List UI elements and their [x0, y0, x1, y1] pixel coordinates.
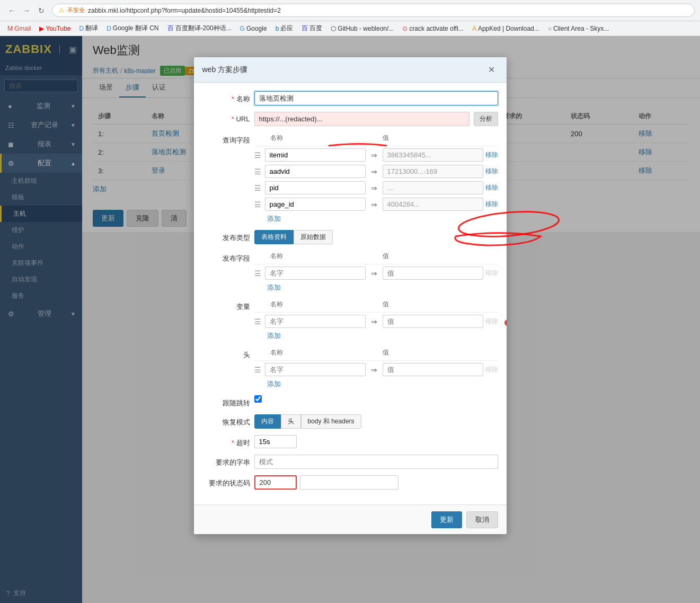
crack-icon: ⊙: [402, 25, 407, 32]
hdr-col-value-header: 值: [379, 347, 477, 358]
post-type-form-data[interactable]: 表格资料: [254, 230, 294, 244]
timeout-input[interactable]: [254, 435, 297, 448]
remove-query-row-button[interactable]: 移除: [485, 167, 498, 176]
bookmark-appked[interactable]: A AppKed | Download...: [469, 24, 543, 33]
form-row-name: 名称: [202, 91, 498, 105]
bing-icon: b: [276, 25, 279, 32]
query-value-input[interactable]: [383, 165, 483, 178]
drag-handle-icon[interactable]: ☰: [254, 151, 263, 159]
back-button[interactable]: ←: [5, 4, 18, 17]
query-fields-container: 名称 值 ☰ ⇒ 移除 ☰: [254, 132, 498, 224]
browser-bar: ← → ↻ ⚠ 不安全 zabbix.mkl.io/httpconf.php?f…: [0, 0, 700, 21]
drag-handle-icon[interactable]: ☰: [254, 366, 263, 374]
drag-handle-icon[interactable]: ☰: [254, 317, 263, 326]
required-string-input[interactable]: [254, 455, 498, 469]
form-row-follow-redirects: 跟随跳转: [202, 395, 498, 408]
bookmark-baidu-label: 百度: [309, 24, 322, 33]
header-name-input[interactable]: [265, 363, 366, 376]
modal-overlay: web 方案步骤 ✕ 名称 URL 分析 查询字段 名称: [0, 36, 700, 603]
add-header-row-link[interactable]: 添加: [267, 379, 498, 389]
query-col-name-header: 名称: [267, 132, 365, 144]
modal-title: web 方案步骤: [202, 65, 248, 75]
address-bar[interactable]: ⚠ 不安全 zabbix.mkl.io/httpconf.php?form=up…: [52, 4, 695, 17]
bookmark-crack-label: crack activate offi...: [409, 25, 464, 32]
variable-name-input[interactable]: [265, 315, 366, 328]
bookmark-crack[interactable]: ⊙ crack activate offi...: [399, 24, 467, 33]
lock-icon: ⚠: [59, 7, 64, 14]
post-value-input[interactable]: [383, 267, 483, 280]
headers-container: 名称 值 ☰ ⇒ 移除 添加: [254, 347, 498, 389]
post-name-input[interactable]: [265, 267, 366, 280]
bookmark-youtube[interactable]: ▶ YouTube: [36, 24, 74, 33]
modal-update-button[interactable]: 更新: [431, 511, 462, 528]
query-name-input[interactable]: [265, 198, 366, 211]
remove-post-row-button[interactable]: 移除: [485, 269, 498, 278]
remove-query-row-button[interactable]: 移除: [485, 150, 498, 159]
follow-redirects-checkbox[interactable]: [254, 395, 262, 403]
drag-handle-icon[interactable]: ☰: [254, 200, 263, 209]
refresh-button[interactable]: ↻: [35, 4, 48, 17]
modal-body: 名称 URL 分析 查询字段 名称 值: [194, 83, 507, 504]
query-field-row: ☰ ⇒ 移除: [254, 148, 498, 162]
bookmark-google-label: Google: [246, 25, 267, 32]
youtube-icon: ▶: [39, 25, 44, 32]
add-query-row-link[interactable]: 添加: [267, 214, 498, 224]
bookmark-google-translate[interactable]: D Google 翻译 CN: [103, 23, 162, 34]
query-name-input[interactable]: [265, 148, 366, 162]
bookmark-appked-label: AppKed | Download...: [478, 25, 539, 32]
remove-query-row-button[interactable]: 移除: [485, 200, 498, 209]
variable-field-row: ☰ ⇒ 移除: [254, 315, 498, 328]
bookmark-google[interactable]: G Google: [237, 24, 270, 33]
header-value-input[interactable]: [383, 363, 483, 376]
query-field-row: ☰ ⇒ 移除: [254, 198, 498, 211]
bookmark-client[interactable]: ○ Client Area - Skyx...: [545, 24, 613, 33]
retrieve-mode-group: 内容 头 body 和 headers: [254, 414, 361, 429]
retrieve-headers-btn[interactable]: 头: [281, 414, 301, 429]
bookmark-github[interactable]: ⬡ GitHub - webleon/...: [327, 24, 397, 33]
query-name-input[interactable]: [265, 181, 366, 194]
modal-close-button[interactable]: ✕: [485, 64, 498, 76]
bookmark-fanyi-label: 翻译: [85, 24, 98, 33]
query-value-input[interactable]: [383, 181, 483, 194]
gmail-icon: M: [7, 25, 13, 32]
bookmark-fanyi[interactable]: D 翻译: [76, 23, 102, 34]
url-input[interactable]: [254, 112, 469, 126]
name-label: 名称: [202, 91, 250, 104]
analyze-button[interactable]: 分析: [474, 112, 498, 126]
drag-handle-icon[interactable]: ☰: [254, 184, 263, 192]
name-input[interactable]: [254, 91, 498, 105]
remove-variable-row-button[interactable]: 移除: [485, 317, 498, 326]
remove-header-row-button[interactable]: 移除: [485, 365, 498, 374]
variable-value-input[interactable]: [383, 315, 483, 328]
modal-footer: 更新 取消: [194, 504, 507, 534]
modal-cancel-button[interactable]: 取消: [466, 511, 498, 528]
bookmark-biyou[interactable]: b 必应: [272, 23, 297, 34]
retrieve-content-btn[interactable]: 内容: [254, 414, 281, 429]
drag-handle-icon[interactable]: ☰: [254, 269, 263, 278]
query-value-input[interactable]: [383, 198, 483, 211]
drag-handle-icon[interactable]: ☰: [254, 167, 263, 176]
query-value-input[interactable]: [383, 148, 483, 162]
add-variable-row-link[interactable]: 添加: [267, 331, 498, 341]
arrow-icon: ⇒: [368, 200, 380, 209]
required-status-pattern-input[interactable]: [300, 475, 398, 490]
bookmark-youtube-label: YouTube: [46, 25, 70, 32]
forward-button[interactable]: →: [20, 4, 33, 17]
timeout-label: 超时: [202, 435, 250, 448]
retrieve-body-headers-btn[interactable]: body 和 headers: [301, 414, 361, 429]
post-type-raw[interactable]: 原始数据: [294, 230, 333, 244]
bookmark-biyou-label: 必应: [280, 24, 293, 33]
url-text: zabbix.mkl.io/httpconf.php?form=update&h…: [88, 7, 281, 14]
add-post-row-link[interactable]: 添加: [267, 283, 498, 292]
query-name-input[interactable]: [265, 165, 366, 178]
security-label: 不安全: [67, 6, 85, 14]
bookmarks-bar: M Gmail ▶ YouTube D 翻译 D Google 翻译 CN 百 …: [0, 21, 700, 36]
bookmark-gmail[interactable]: M Gmail: [4, 24, 34, 33]
post-fields-label: 发布字段: [202, 251, 250, 263]
bookmark-baidu[interactable]: 百 百度: [298, 23, 325, 34]
bookmark-baidu-translate[interactable]: 百 百度翻译-200种语...: [164, 23, 235, 34]
required-status-input[interactable]: [254, 475, 297, 490]
query-field-row: ☰ ⇒ 移除: [254, 165, 498, 178]
remove-query-row-button[interactable]: 移除: [485, 183, 498, 192]
appked-icon: A: [472, 25, 476, 32]
